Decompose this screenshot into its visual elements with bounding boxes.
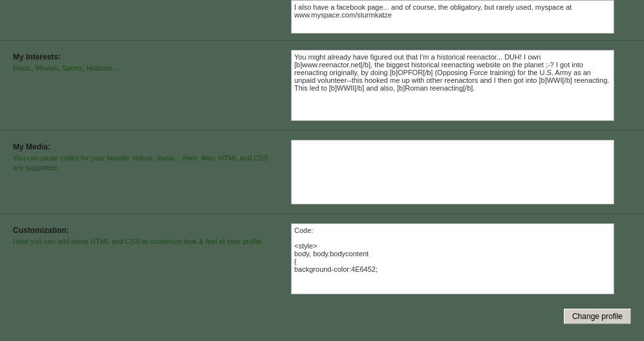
media-subtitle: You can paste codes for your favorite vi… xyxy=(13,153,278,173)
media-title: My Media: xyxy=(13,142,278,151)
interests-left-column: My Interests: Music, Movies, Sports, Hob… xyxy=(13,50,291,73)
footer-row: Change profile xyxy=(0,303,644,331)
customization-section-row: Customization: Here you can add some HTM… xyxy=(0,214,644,303)
page-wrapper: My Interests: Music, Movies, Sports, Hob… xyxy=(0,0,644,341)
customization-title: Customization: xyxy=(13,226,278,235)
top-textarea[interactable] xyxy=(291,0,614,34)
customization-left-column: Customization: Here you can add some HTM… xyxy=(13,223,291,247)
top-right-column xyxy=(291,0,631,34)
interests-textarea[interactable] xyxy=(291,50,614,121)
top-left-column xyxy=(13,0,291,3)
change-profile-button[interactable]: Change profile xyxy=(564,309,631,324)
interests-right-column xyxy=(291,50,631,121)
interests-subtitle: Music, Movies, Sports, Hobbies... xyxy=(13,63,278,73)
media-right-column xyxy=(291,140,631,204)
media-left-column: My Media: You can paste codes for your f… xyxy=(13,140,291,173)
interests-title: My Interests: xyxy=(13,52,278,61)
customization-right-column xyxy=(291,223,631,294)
media-textarea[interactable] xyxy=(291,140,614,204)
content-area: My Interests: Music, Movies, Sports, Hob… xyxy=(0,0,644,341)
top-section-row xyxy=(0,0,644,41)
customization-textarea[interactable] xyxy=(291,223,614,294)
customization-subtitle: Here you can add some HTML and CSS to cu… xyxy=(13,237,278,247)
interests-section-row: My Interests: Music, Movies, Sports, Hob… xyxy=(0,41,644,131)
media-section-row: My Media: You can paste codes for your f… xyxy=(0,131,644,214)
